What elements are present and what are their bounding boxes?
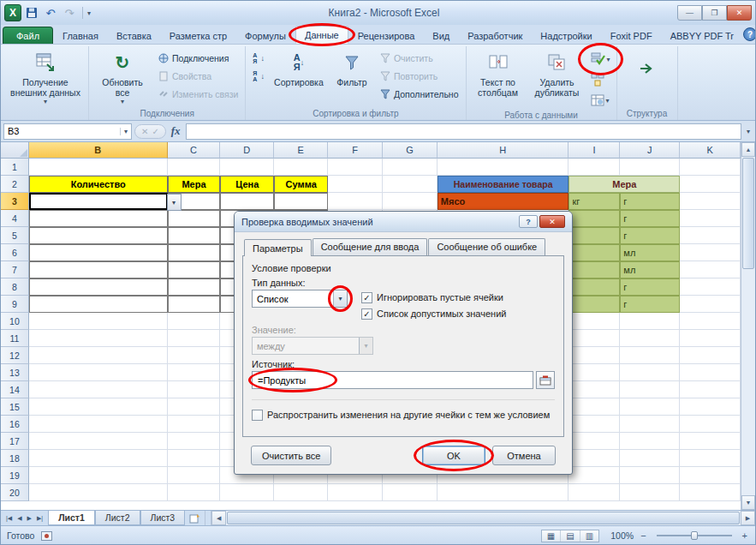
cell-I3[interactable]: кг	[568, 193, 620, 210]
cell-B15[interactable]	[29, 398, 168, 416]
collapse-dialog-button[interactable]	[536, 371, 555, 389]
remove-duplicates-button[interactable]: Удалить дубликаты	[529, 47, 586, 107]
cell-I14[interactable]	[568, 381, 620, 398]
cell-E20[interactable]	[274, 484, 328, 501]
row-header-8[interactable]: 8	[1, 278, 29, 296]
cell-J12[interactable]	[620, 347, 680, 364]
properties-button[interactable]: Свойства	[155, 68, 241, 84]
combo-dropdown-icon[interactable]: ▾	[333, 290, 347, 307]
tab-addins[interactable]: Надстройки	[532, 27, 600, 44]
cell-B7[interactable]	[29, 261, 168, 278]
cell-K20[interactable]	[680, 484, 741, 501]
cell-K4[interactable]	[680, 210, 741, 227]
validation-dropdown-button[interactable]: ▾	[167, 194, 182, 211]
cell-C12[interactable]	[168, 347, 221, 364]
cell-B3[interactable]: ▾	[29, 193, 168, 210]
data-type-combobox[interactable]: Список ▾	[252, 290, 348, 308]
scroll-left-icon[interactable]: ◀	[211, 511, 226, 525]
row-header-1[interactable]: 1	[1, 159, 29, 176]
cell-K6[interactable]	[680, 244, 741, 261]
redo-button[interactable]: ↷	[61, 5, 78, 21]
cell-C5[interactable]	[168, 227, 221, 244]
cell-J19[interactable]	[620, 467, 680, 484]
zoom-level[interactable]: 100%	[604, 530, 634, 541]
cell-B20[interactable]	[29, 484, 168, 501]
cell-I18[interactable]	[568, 450, 620, 467]
save-button[interactable]	[23, 5, 40, 21]
cell-C14[interactable]	[168, 381, 221, 398]
source-input[interactable]: =Продукты	[252, 371, 533, 389]
sheet-tab-2[interactable]: Лист2	[95, 511, 140, 525]
name-box[interactable]: B3 ▾	[3, 123, 132, 140]
cell-E1[interactable]	[274, 159, 328, 176]
tab-home[interactable]: Главная	[54, 27, 107, 44]
tab-file[interactable]: Файл	[3, 27, 53, 44]
sheet-tab-1[interactable]: Лист1	[48, 511, 95, 525]
cell-K1[interactable]	[680, 159, 741, 176]
cell-B9[interactable]	[29, 296, 168, 313]
row-header-17[interactable]: 17	[1, 433, 29, 450]
cell-K9[interactable]	[680, 296, 741, 313]
cell-E2[interactable]: Сумма	[274, 176, 328, 193]
cell-C18[interactable]	[168, 450, 221, 467]
column-header-K[interactable]: K	[680, 142, 741, 159]
column-header-D[interactable]: D	[220, 142, 274, 159]
cell-I16[interactable]	[568, 416, 620, 433]
cell-C4[interactable]	[168, 210, 221, 227]
cell-B10[interactable]	[29, 313, 168, 330]
cell-J13[interactable]	[620, 364, 680, 381]
cell-C2[interactable]: Мера	[168, 176, 221, 193]
tab-insert[interactable]: Вставка	[108, 27, 160, 44]
restore-button[interactable]: ❐	[702, 5, 727, 21]
column-header-E[interactable]: E	[274, 142, 328, 159]
cell-F20[interactable]	[328, 484, 383, 501]
zoom-slider[interactable]	[657, 535, 732, 536]
horizontal-scroll-thumb[interactable]	[227, 512, 740, 524]
cell-K15[interactable]	[680, 398, 741, 416]
cell-C19[interactable]	[168, 467, 221, 484]
cell-B14[interactable]	[29, 381, 168, 398]
cell-J9[interactable]: г	[620, 296, 680, 313]
zoom-in-icon[interactable]: +	[741, 530, 749, 541]
cell-C10[interactable]	[168, 313, 221, 330]
cell-J10[interactable]	[620, 313, 680, 330]
advanced-filter-button[interactable]: Дополнительно	[377, 86, 462, 102]
cell-H1[interactable]	[438, 159, 569, 176]
row-header-4[interactable]: 4	[1, 210, 29, 227]
cell-C6[interactable]	[168, 244, 221, 261]
edit-links-button[interactable]: Изменить связи	[155, 86, 241, 102]
next-sheet-icon[interactable]: ▶	[25, 515, 34, 522]
cell-B12[interactable]	[29, 347, 168, 364]
cell-J11[interactable]	[620, 330, 680, 347]
row-header-18[interactable]: 18	[1, 450, 29, 467]
cell-I2[interactable]: Мера	[568, 176, 680, 193]
cell-I6[interactable]	[568, 244, 620, 261]
cell-E3[interactable]	[274, 193, 328, 210]
cell-I5[interactable]	[568, 227, 620, 244]
data-validation-button[interactable]: ▾	[588, 50, 613, 69]
cell-F2[interactable]	[328, 176, 383, 193]
cell-K19[interactable]	[680, 467, 741, 484]
cell-B1[interactable]	[29, 159, 168, 176]
sort-az-button[interactable]: АЯ ↓	[249, 50, 268, 66]
row-header-10[interactable]: 10	[1, 313, 29, 330]
tab-formulas[interactable]: Формулы	[236, 27, 295, 44]
row-header-9[interactable]: 9	[1, 296, 29, 313]
normal-view-icon[interactable]: ▦	[542, 530, 561, 542]
cell-K8[interactable]	[680, 278, 741, 296]
refresh-all-button[interactable]: ↻ Обновить все ▾	[92, 47, 152, 107]
cell-K7[interactable]	[680, 261, 741, 278]
row-header-16[interactable]: 16	[1, 416, 29, 433]
consolidate-button[interactable]	[588, 70, 613, 89]
cell-I10[interactable]	[568, 313, 620, 330]
outline-button[interactable]	[635, 59, 659, 78]
cell-J14[interactable]	[620, 381, 680, 398]
cell-I7[interactable]	[568, 261, 620, 278]
row-header-7[interactable]: 7	[1, 261, 29, 278]
row-header-14[interactable]: 14	[1, 381, 29, 398]
cell-K3[interactable]	[680, 193, 741, 210]
get-external-data-button[interactable]: Получение внешних данных ▾	[6, 47, 85, 107]
cell-J7[interactable]: мл	[620, 261, 680, 278]
cell-I13[interactable]	[568, 364, 620, 381]
cell-J5[interactable]: г	[620, 227, 680, 244]
